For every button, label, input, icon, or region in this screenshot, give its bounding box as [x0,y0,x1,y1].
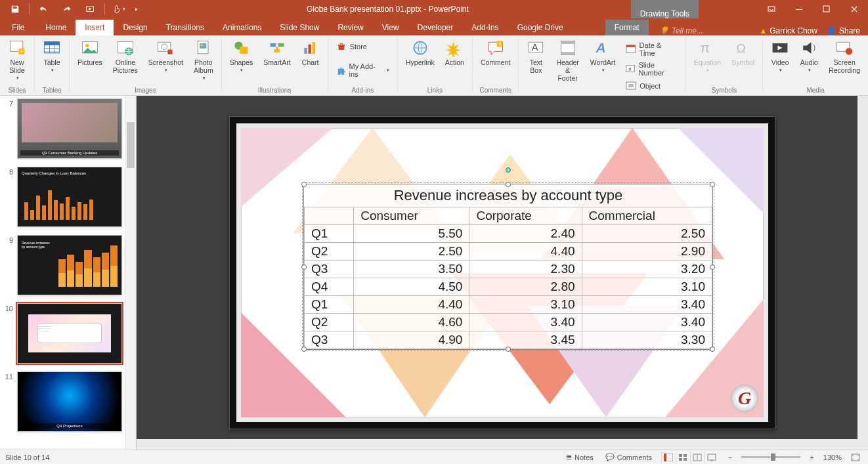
slidenum-icon: # [626,64,635,74]
photo-album-button[interactable]: Photo Album [190,37,217,81]
textbox-button[interactable]: AText Box [523,37,549,81]
object-button[interactable]: Object [623,79,680,93]
redo-button[interactable] [56,1,78,17]
tab-view[interactable]: View [373,20,408,35]
svg-rect-22 [274,49,280,53]
header-footer-button[interactable]: Header & Footer [552,37,583,81]
qat-customize-button[interactable]: ▾ [131,1,141,17]
svg-rect-20 [270,43,276,47]
tab-googledrive[interactable]: Google Drive [508,20,573,35]
table-button[interactable]: Table [39,37,65,81]
online-pictures-button[interactable]: Online Pictures [109,37,142,81]
start-from-beginning-button[interactable] [79,1,102,17]
fit-to-window-button[interactable] [848,453,863,461]
datetime-button[interactable]: Date & Time [623,40,680,58]
notes-button[interactable]: ≣Notes [563,453,596,461]
group-links-label: Links [427,87,443,94]
screen-recording-button[interactable]: Screen Recording [825,37,864,81]
shapes-button[interactable]: Shapes [226,37,257,81]
data-table[interactable]: Consumer Corporate Commercial Q15.502.40… [304,207,712,349]
svg-text:#: # [629,67,632,72]
group-illustrations-label: Illustrations [258,87,292,94]
slide-canvas-area[interactable]: Revenue increases by account type Consum… [137,96,868,450]
svg-text:Ω: Ω [736,41,745,55]
tab-developer[interactable]: Developer [408,20,463,35]
share-button[interactable]: 👤Share [827,26,860,35]
symbol-button[interactable]: ΩSymbol [727,37,758,81]
tab-format[interactable]: Format [605,20,649,35]
maximize-button[interactable] [813,0,840,18]
chart-button[interactable]: Chart [297,37,324,81]
tab-addins[interactable]: Add-Ins [462,20,508,35]
my-addins-button[interactable]: My Add-ins [334,61,392,79]
screen-recording-icon [835,39,854,57]
user-name[interactable]: ▲Garrick Chow [759,26,817,35]
tab-design[interactable]: Design [114,20,156,35]
tab-transitions[interactable]: Transitions [157,20,213,35]
canvas-vertical-scrollbar[interactable] [857,96,868,450]
window-title: Globe Bank presentation 01.pptx - PowerP… [144,5,631,14]
object-icon [626,81,636,91]
tab-insert[interactable]: Insert [76,20,114,35]
zoom-slider[interactable] [741,456,800,458]
hyperlink-button[interactable]: Hyperlink [402,37,439,81]
sorter-view-button[interactable] [676,452,690,463]
svg-rect-39 [628,84,634,87]
tab-home[interactable]: Home [36,20,76,35]
slide-position[interactable]: Slide 10 of 14 [5,453,49,461]
audio-icon [800,39,818,57]
svg-rect-2 [796,9,802,10]
thumb-9[interactable]: 9 Revenue increases by account type [3,235,128,295]
tab-review[interactable]: Review [328,20,372,35]
table-row: Q14.403.103.40 [305,296,712,314]
wordart-button[interactable]: AWordArt [586,37,619,81]
close-button[interactable] [840,0,868,18]
view-mode-buttons [661,452,719,463]
slide-thumbnails-panel[interactable]: 7 Q3 Consumer Banking Updates 8 Quarterl… [0,96,137,450]
tell-me-input[interactable]: 💡Tell me... [659,26,703,35]
lightbulb-icon: 💡 [659,26,669,35]
video-button[interactable]: Video [767,37,793,81]
comment-button[interactable]: Comment [477,37,515,81]
slidenum-button[interactable]: #Slide Number [623,60,680,78]
hyperlink-icon [411,39,429,57]
equation-button[interactable]: πEquation [690,37,725,81]
action-button[interactable]: Action [441,37,468,81]
thumb-11[interactable]: 11 Q4 Projections [3,371,128,432]
store-button[interactable]: Store [334,40,392,53]
screenshot-icon [156,39,175,57]
tab-slideshow[interactable]: Slide Show [271,20,328,35]
comments-button[interactable]: 💬Comments [603,453,655,461]
ribbon: New Slide Slides Table Tables Pictures O… [0,35,868,96]
table-header-row: Consumer Corporate Commercial [305,207,712,225]
touch-mode-button[interactable] [108,1,130,17]
thumbnails-scrollbar[interactable] [125,96,136,450]
svg-rect-19 [240,47,248,54]
zoom-in-button[interactable]: + [807,453,816,461]
audio-button[interactable]: Audio [796,37,822,81]
reading-view-button[interactable] [690,452,705,463]
slideshow-view-button[interactable] [705,452,719,463]
tab-animations[interactable]: Animations [213,20,271,35]
tab-file[interactable]: File [0,20,36,35]
pictures-button[interactable]: Pictures [74,37,106,81]
context-tab-header: Drawing Tools [631,0,699,18]
rotate-handle[interactable] [506,167,511,173]
quick-access-toolbar: ▾ [0,1,144,17]
new-slide-button[interactable]: New Slide [4,37,30,81]
thumb-10[interactable]: 10 ───────────────────── [3,303,128,364]
thumb-8[interactable]: 8 Quarterly Changes in Loan Balances [3,167,128,227]
canvas-horizontal-scrollbar[interactable] [137,439,857,450]
table-selection[interactable]: Revenue increases by account type Consum… [303,184,713,350]
save-button[interactable] [4,1,26,17]
smartart-button[interactable]: SmartArt [259,37,294,81]
thumb-7[interactable]: 7 Q3 Consumer Banking Updates [3,98,128,159]
screenshot-button[interactable]: Screenshot [144,37,187,81]
minimize-button[interactable] [785,0,813,18]
zoom-out-button[interactable]: − [726,453,735,461]
undo-button[interactable] [32,1,54,17]
svg-rect-14 [168,50,173,54]
normal-view-button[interactable] [661,452,676,463]
ribbon-options-button[interactable] [758,0,785,18]
zoom-level[interactable]: 130% [823,453,842,461]
